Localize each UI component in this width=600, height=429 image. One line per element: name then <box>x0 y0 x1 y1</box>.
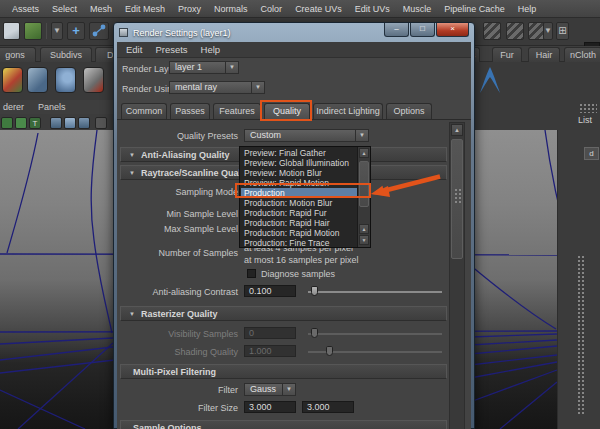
right-side-panel: d <box>557 130 600 429</box>
aa-contrast-slider-track[interactable] <box>308 291 442 293</box>
section-rasterizer-quality[interactable]: ▼ Rasterizer Quality <box>120 306 447 321</box>
render-layer-dropdown[interactable]: layer 1 ▼ <box>169 61 239 74</box>
node-connection-icon[interactable] <box>89 22 109 40</box>
preset-option[interactable]: Production: Rapid Hair <box>241 218 358 228</box>
chevron-down-icon: ▼ <box>225 62 238 73</box>
menu-pipeline-cache[interactable]: Pipeline Cache <box>444 4 505 14</box>
collapse-triangle-icon: ▼ <box>129 152 135 158</box>
render-using-dropdown[interactable]: mental ray ▼ <box>169 81 265 94</box>
section-sample-options[interactable]: Sample Options <box>120 420 447 429</box>
menu-edit-mesh[interactable]: Edit Mesh <box>125 4 165 14</box>
menu-create-uvs[interactable]: Create UVs <box>295 4 342 14</box>
film-gate-icon[interactable] <box>95 117 107 129</box>
tab-quality[interactable]: Quality <box>264 103 310 119</box>
maya-logo-icon <box>477 65 503 95</box>
dialog-menu-presets[interactable]: Presets <box>155 44 187 55</box>
text-tool-icon[interactable]: T <box>29 117 41 129</box>
close-button[interactable]: × <box>436 23 469 37</box>
scroll-up-button[interactable]: ▲ <box>451 124 463 136</box>
panel-menu-panels[interactable]: Panels <box>38 102 66 112</box>
shelf-tab-ncloth[interactable]: nCloth <box>564 47 600 62</box>
quality-presets-label: Quality Presets <box>117 131 238 141</box>
number-of-samples-label: Number of Samples <box>117 248 238 258</box>
preset-option[interactable]: Production: Fine Trace <box>241 238 358 248</box>
subdiv-shelf-icon-3[interactable] <box>55 67 76 93</box>
menu-proxy[interactable]: Proxy <box>178 4 201 14</box>
attribute-tab-button[interactable]: d <box>584 147 599 160</box>
lists-menu[interactable]: List <box>578 115 592 125</box>
tab-indirect-lighting[interactable]: Indirect Lighting <box>313 103 383 119</box>
shading-cube-icon-1[interactable] <box>50 117 62 129</box>
panel-divider-grip[interactable] <box>577 255 584 415</box>
diagnose-samples-checkbox[interactable] <box>247 269 256 278</box>
shelf-tab-hair[interactable]: Hair <box>528 47 560 62</box>
grid-snap-icon[interactable]: ⊞ <box>556 22 569 40</box>
shading-cube-icon-3[interactable] <box>78 117 90 129</box>
aa-contrast-field[interactable]: 0.100 <box>244 285 296 297</box>
file-icon[interactable] <box>3 22 20 40</box>
menu-muscle[interactable]: Muscle <box>403 4 432 14</box>
menu-normals[interactable]: Normals <box>214 4 248 14</box>
filter-label: Filter <box>117 385 238 395</box>
sampling-mode-label: Sampling Mode <box>117 187 238 197</box>
maximize-button[interactable]: □ <box>410 23 435 37</box>
list-scroll-up-button-2[interactable]: ▲ <box>359 224 369 234</box>
shelf-tab-fur[interactable]: Fur <box>492 47 522 62</box>
section-multi-pixel-filtering[interactable]: Multi-Pixel Filtering <box>120 364 447 379</box>
filter-funnel-icon-right[interactable]: ▼ <box>543 22 553 40</box>
subdiv-shelf-icon-2[interactable] <box>27 67 48 93</box>
list-scroll-down-button[interactable]: ▼ <box>359 235 369 245</box>
preset-list-scrollbar[interactable]: ▲ ▲ ▼ <box>357 147 370 247</box>
menu-color[interactable]: Color <box>261 4 283 14</box>
aa-contrast-slider-thumb[interactable] <box>311 286 318 296</box>
preset-option[interactable]: Production: Rapid Motion <box>241 228 358 238</box>
menu-select[interactable]: Select <box>52 4 77 14</box>
quality-presets-dropdown[interactable]: Custom ▼ <box>244 129 369 142</box>
select-camera-icon[interactable] <box>1 117 13 129</box>
preset-option[interactable]: Preview: Final Gather <box>241 148 358 158</box>
menu-edit-uvs[interactable]: Edit UVs <box>355 4 390 14</box>
visibility-samples-field: 0 <box>244 327 296 339</box>
filter-dropdown[interactable]: Gauss ▼ <box>244 383 296 396</box>
tab-common[interactable]: Common <box>121 103 167 119</box>
render-clapper-icon-1[interactable] <box>483 22 501 40</box>
filter-size-x-field[interactable]: 3.000 <box>244 401 296 413</box>
collapse-triangle-icon: ▼ <box>129 311 135 317</box>
list-scrollbar-thumb[interactable] <box>359 161 369 207</box>
menu-mesh[interactable]: Mesh <box>90 4 112 14</box>
maya-application: Assets Select Mesh Edit Mesh Proxy Norma… <box>0 0 600 429</box>
render-clapper-icon-2[interactable] <box>506 22 524 40</box>
minimize-button[interactable]: – <box>384 23 409 37</box>
shelf-tab-polygons[interactable]: gons <box>0 47 36 62</box>
snap-grid-icon[interactable] <box>24 22 42 40</box>
panel-menu-renderer[interactable]: derer <box>3 102 24 112</box>
maya-menubar: Assets Select Mesh Edit Mesh Proxy Norma… <box>0 0 600 18</box>
dialog-menu-help[interactable]: Help <box>201 44 221 55</box>
subdiv-shelf-icon-1[interactable] <box>2 67 23 93</box>
preset-option[interactable]: Preview: Global Illumination <box>241 158 358 168</box>
menu-assets[interactable]: Assets <box>12 4 39 14</box>
preset-option-selected[interactable]: Production <box>241 188 358 198</box>
tab-passes[interactable]: Passes <box>170 103 210 119</box>
preset-option[interactable]: Production: Rapid Fur <box>241 208 358 218</box>
preset-option[interactable]: Preview: Motion Blur <box>241 168 358 178</box>
min-sample-level-label: Min Sample Level <box>117 209 238 219</box>
dialog-menu-edit[interactable]: Edit <box>126 44 142 55</box>
window-icon <box>119 28 128 37</box>
shelf-tab-subdivs[interactable]: Subdivs <box>40 47 92 62</box>
shading-cube-icon-2[interactable] <box>64 117 76 129</box>
settings-scrollbar[interactable]: ▲ <box>449 122 465 429</box>
scrollbar-thumb[interactable] <box>451 139 463 259</box>
menu-help[interactable]: Help <box>518 4 537 14</box>
tab-features[interactable]: Features <box>213 103 261 119</box>
tab-options[interactable]: Options <box>386 103 432 119</box>
grid-toggle-icon[interactable] <box>15 117 27 129</box>
max-sample-level-label: Max Sample Level <box>117 224 238 234</box>
subdiv-shelf-icon-4[interactable] <box>83 67 104 93</box>
preset-option[interactable]: Preview: Rapid Motion <box>241 178 358 188</box>
preset-option[interactable]: Production: Motion Blur <box>241 198 358 208</box>
list-scroll-up-button[interactable]: ▲ <box>359 148 369 158</box>
filter-size-y-field[interactable]: 3.000 <box>302 401 354 413</box>
filter-funnel-icon[interactable]: ▼ <box>51 22 63 40</box>
add-selection-icon[interactable]: + <box>67 22 85 40</box>
